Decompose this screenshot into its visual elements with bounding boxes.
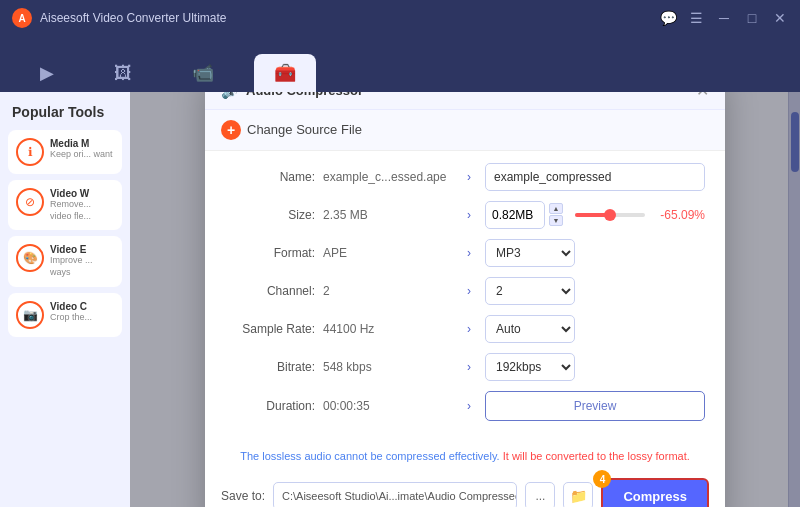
folder-icon: 📁 [570,488,587,504]
add-icon: + [221,120,241,140]
save-dots-button[interactable]: ... [525,482,555,507]
name-input[interactable] [485,163,705,191]
format-label: Format: [225,246,315,260]
change-source-button[interactable]: + Change Source File [205,110,725,151]
sample-rate-label: Sample Rate: [225,322,315,336]
bitrate-row: Bitrate: 548 kbps › 192kbps 320kbps 128k… [225,353,705,381]
nav-toolbox[interactable]: 🧰 [254,54,316,92]
app-title: Aiseesoft Video Converter Ultimate [40,11,652,25]
toolbox-icon: 🧰 [274,62,296,84]
sample-rate-source-value: 44100 Hz [323,322,453,336]
bitrate-source-value: 548 kbps [323,360,453,374]
media-icon: ℹ [16,138,44,166]
minimize-icon[interactable]: ─ [716,10,732,26]
videoc-icon: 📷 [16,301,44,329]
sidebar-item-videoe[interactable]: 🎨 Video E Improve ... ways [8,236,122,286]
spin-up-button[interactable]: ▲ [549,203,563,214]
maximize-icon[interactable]: □ [744,10,760,26]
warning-text: The lossless audio cannot be compressed … [205,443,725,470]
sidebar-item-desc-media: Keep ori... want [50,149,114,161]
sample-rate-select[interactable]: Auto 44100 Hz 48000 Hz [485,315,575,343]
dialog-title-row: 🔊 Audio Compressor [221,92,363,99]
sidebar-item-title-media: Media M [50,138,114,149]
duration-arrow-icon: › [461,399,477,413]
name-arrow-icon: › [461,170,477,184]
sidebar-item-content-videow: Video W Remove... video fle... [50,188,114,222]
duration-control-area: Preview [485,391,705,421]
sidebar-item-title-videoc: Video C [50,301,114,312]
size-input[interactable] [485,201,545,229]
size-control-area: ▲ ▼ -65.09% [485,201,705,229]
videoe-icon: 🎨 [16,244,44,272]
channel-source-value: 2 [323,284,453,298]
modal-overlay: 🔊 Audio Compressor ✕ + Change Source Fil… [130,92,800,507]
chat-icon[interactable]: 💬 [660,10,676,26]
nav-converter[interactable]: ▶ [20,54,74,92]
size-source-value: 2.35 MB [323,208,453,222]
nav-video[interactable]: 📹 [172,54,234,92]
nav-bar: ▶ 🖼 📹 🧰 [0,36,800,92]
size-slider[interactable] [575,213,645,217]
converter-icon: ▶ [40,62,54,84]
spin-down-button[interactable]: ▼ [549,215,563,226]
preview-button[interactable]: Preview [485,391,705,421]
dialog-close-icon[interactable]: ✕ [696,92,709,99]
name-control-area [485,163,705,191]
format-arrow-icon: › [461,246,477,260]
dots-icon: ... [535,489,545,503]
format-control-area: MP3 AAC FLAC WAV [485,239,705,267]
sidebar-item-media[interactable]: ℹ Media M Keep ori... want [8,130,122,174]
slider-percentage: -65.09% [657,208,705,222]
name-label: Name: [225,170,315,184]
form-body: Name: example_c...essed.ape › Size: 2.35… [205,151,725,443]
format-select[interactable]: MP3 AAC FLAC WAV [485,239,575,267]
duration-source-value: 00:00:35 [323,399,453,413]
sample-rate-control-area: Auto 44100 Hz 48000 Hz [485,315,705,343]
sidebar-title: Popular Tools [8,104,122,120]
audio-icon: 🔊 [221,92,238,99]
sidebar-item-desc-videoe: Improve ... ways [50,255,114,278]
window-close-icon[interactable]: ✕ [772,10,788,26]
content-area: 🔊 Audio Compressor ✕ + Change Source Fil… [130,92,800,507]
format-source-value: APE [323,246,453,260]
size-label: Size: [225,208,315,222]
duration-row: Duration: 00:00:35 › Preview [225,391,705,421]
sidebar-item-videow[interactable]: ⊘ Video W Remove... video fle... [8,180,122,230]
channel-label: Channel: [225,284,315,298]
sidebar-item-content-videoe: Video E Improve ... ways [50,244,114,278]
sidebar-item-title-videoe: Video E [50,244,114,255]
size-arrow-icon: › [461,208,477,222]
save-folder-button[interactable]: 📁 [563,482,593,507]
video-icon: 📹 [192,62,214,84]
channel-select[interactable]: 2 1 [485,277,575,305]
warning-part2: It will be converted to the lossy format… [500,450,690,462]
enhancer-icon: 🖼 [114,63,132,84]
compress-btn-wrapper: 4 Compress [601,478,709,507]
menu-icon[interactable]: ☰ [688,10,704,26]
nav-enhancer[interactable]: 🖼 [94,55,152,92]
sidebar-item-title-videow: Video W [50,188,114,199]
change-source-label: Change Source File [247,122,362,137]
channel-control-area: 2 1 [485,277,705,305]
main-content: Popular Tools ℹ Media M Keep ori... want… [0,92,800,507]
format-row: Format: APE › MP3 AAC FLAC WAV [225,239,705,267]
dialog-header: 🔊 Audio Compressor ✕ [205,92,725,110]
save-row: Save to: C:\Aiseesoft Studio\Ai...imate\… [205,470,725,507]
duration-label: Duration: [225,399,315,413]
videow-icon: ⊘ [16,188,44,216]
audio-compressor-dialog: 🔊 Audio Compressor ✕ + Change Source Fil… [205,92,725,507]
save-label: Save to: [221,489,265,503]
bitrate-control-area: 192kbps 320kbps 128kbps [485,353,705,381]
sample-rate-arrow-icon: › [461,322,477,336]
sidebar-item-videoc[interactable]: 📷 Video C Crop the... [8,293,122,337]
size-row: Size: 2.35 MB › ▲ ▼ [225,201,705,229]
save-path-display: C:\Aiseesoft Studio\Ai...imate\Audio Com… [273,482,517,507]
slider-thumb[interactable] [604,209,616,221]
sidebar-item-desc-videoc: Crop the... [50,312,114,324]
title-bar: A Aiseesoft Video Converter Ultimate 💬 ☰… [0,0,800,36]
bitrate-select[interactable]: 192kbps 320kbps 128kbps [485,353,575,381]
compress-button[interactable]: Compress [601,478,709,507]
sample-rate-row: Sample Rate: 44100 Hz › Auto 44100 Hz 48… [225,315,705,343]
bitrate-label: Bitrate: [225,360,315,374]
name-row: Name: example_c...essed.ape › [225,163,705,191]
